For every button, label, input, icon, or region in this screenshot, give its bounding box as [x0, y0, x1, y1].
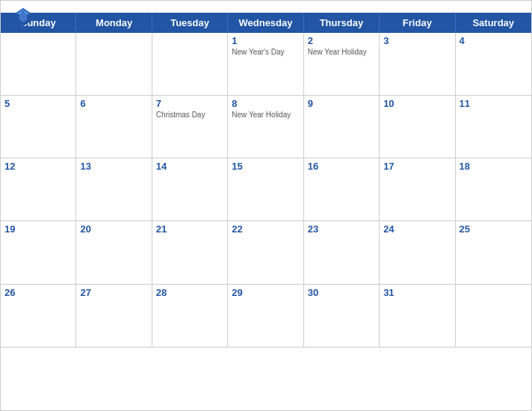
calendar-cell: 17 [380, 158, 455, 221]
cell-date: 17 [383, 161, 451, 172]
cell-date: 23 [308, 223, 375, 235]
cell-date: 30 [308, 287, 375, 298]
cell-date: 5 [4, 98, 72, 109]
calendar-cell: 16 [304, 158, 380, 221]
calendar-cell: 4 [456, 33, 531, 96]
calendar-cell: 24 [380, 221, 455, 284]
calendar-cell: 2New Year Holiday [304, 33, 380, 96]
cell-event: New Year Holiday [232, 111, 299, 119]
cell-date: 28 [156, 287, 223, 298]
day-header-tuesday: Tuesday [152, 13, 228, 33]
cell-date: 8 [232, 98, 299, 109]
calendar-cell: 14 [152, 158, 228, 221]
cell-date: 11 [460, 98, 528, 109]
calendar-cell: 25 [456, 221, 531, 284]
cell-date: 21 [156, 223, 223, 235]
logo-icon [13, 7, 34, 28]
cell-date: 1 [232, 35, 299, 46]
cell-date: 2 [308, 35, 375, 46]
calendar-cell [76, 33, 152, 96]
calendar-cell: 20 [76, 221, 152, 284]
calendar-cell: 26 [1, 285, 76, 347]
cell-date: 7 [156, 98, 223, 109]
cell-date: 27 [80, 287, 147, 298]
cell-date: 31 [383, 287, 451, 298]
cell-date: 12 [4, 161, 72, 172]
calendar-cell: 19 [1, 221, 76, 284]
calendar-cell: 28 [152, 285, 228, 347]
cell-date: 25 [460, 223, 528, 235]
cell-date: 22 [232, 223, 299, 235]
day-header-thursday: Thursday [304, 13, 380, 33]
day-header-monday: Monday [76, 13, 152, 33]
cell-date: 4 [460, 35, 528, 46]
cell-date: 24 [383, 223, 451, 235]
calendar-cell: 6 [76, 96, 152, 158]
calendar-cell: 30 [304, 285, 380, 347]
cell-event: Christmas Day [156, 111, 223, 119]
day-header-friday: Friday [380, 13, 455, 33]
calendar-cell: 3 [380, 33, 455, 96]
calendar-grid: 1New Year's Day2New Year Holiday34567Chr… [1, 33, 531, 410]
cell-date: 18 [460, 161, 528, 172]
calendar-cell [1, 33, 76, 96]
cell-date: 20 [80, 223, 147, 235]
cell-date: 10 [383, 98, 451, 109]
calendar-cell: 27 [76, 285, 152, 347]
cell-date: 26 [4, 287, 72, 298]
cell-event: New Year Holiday [308, 48, 375, 56]
cell-date: 14 [156, 161, 223, 172]
calendar-cell: 5 [1, 96, 76, 158]
cell-date: 6 [80, 98, 147, 109]
calendar-cell: 18 [456, 158, 531, 221]
calendar-cell: 1New Year's Day [228, 33, 303, 96]
cell-date: 19 [4, 223, 72, 235]
cell-date: 16 [308, 161, 375, 172]
calendar-cell: 7Christmas Day [152, 96, 228, 158]
calendar-cell: 9 [304, 96, 380, 158]
calendar: SundayMondayTuesdayWednesdayThursdayFrid… [0, 0, 532, 411]
cell-date: 9 [308, 98, 375, 109]
calendar-cell: 22 [228, 221, 303, 284]
day-header-saturday: Saturday [456, 13, 531, 33]
cell-event: New Year's Day [232, 48, 299, 56]
calendar-cell: 12 [1, 158, 76, 221]
calendar-cell: 10 [380, 96, 455, 158]
calendar-cell: 11 [456, 96, 531, 158]
calendar-header [1, 1, 531, 13]
calendar-cell: 23 [304, 221, 380, 284]
cell-date: 29 [232, 287, 299, 298]
calendar-cell [152, 33, 228, 96]
logo-area [13, 7, 37, 28]
cell-date: 15 [232, 161, 299, 172]
calendar-cell: 29 [228, 285, 303, 347]
calendar-cell: 31 [380, 285, 455, 347]
cell-date: 3 [383, 35, 451, 46]
calendar-cell: 13 [76, 158, 152, 221]
days-header: SundayMondayTuesdayWednesdayThursdayFrid… [1, 13, 531, 33]
calendar-cell: 21 [152, 221, 228, 284]
calendar-cell: 8New Year Holiday [228, 96, 303, 158]
calendar-cell [456, 285, 531, 347]
cell-date: 13 [80, 161, 147, 172]
calendar-cell: 15 [228, 158, 303, 221]
day-header-wednesday: Wednesday [228, 13, 303, 33]
